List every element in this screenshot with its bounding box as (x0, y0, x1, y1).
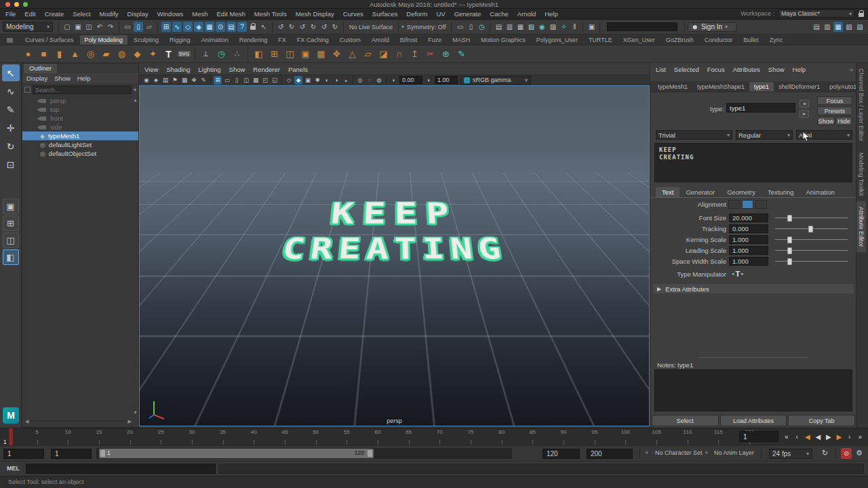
leading-scale-field[interactable]: 1.000 (729, 246, 768, 255)
menu-display[interactable]: Display (127, 10, 149, 18)
outliner-menu-show[interactable]: Show (54, 75, 71, 82)
tracking-field[interactable]: 0.000 (729, 224, 768, 233)
xray-mode-icon[interactable]: ◌ (366, 76, 374, 85)
slider-thumb[interactable] (808, 226, 813, 232)
outliner-item-side[interactable]: side (22, 123, 138, 131)
mel-input-field[interactable] (26, 464, 216, 474)
separate-icon[interactable]: ◫ (282, 47, 298, 62)
extra-attributes-section[interactable]: ▶ Extra Attributes (653, 284, 854, 293)
menu-arnold[interactable]: Arnold (517, 10, 536, 18)
type-mesh-text[interactable]: KEEP CREATING (142, 199, 646, 264)
menu-help[interactable]: Help (545, 10, 558, 18)
frame-tick-60[interactable]: 60 (375, 429, 381, 435)
menu-edit[interactable]: Edit (24, 10, 35, 18)
leading-scale-slider[interactable] (775, 246, 848, 255)
2d-pan-zoom-icon[interactable]: ✥ (190, 76, 198, 85)
frame-tick-5[interactable]: 5 (35, 429, 38, 435)
frame-tick-70[interactable]: 70 (437, 429, 443, 435)
focus-button[interactable]: Focus (817, 96, 852, 105)
quadrangulate-icon[interactable]: ▱ (360, 47, 376, 62)
menu-mesh-display[interactable]: Mesh Display (296, 10, 334, 18)
snap-to-point-icon[interactable]: ◇ (183, 22, 193, 32)
reduce-icon[interactable]: ▦ (313, 47, 329, 62)
symmetry-label[interactable]: Symmetry: Off (407, 24, 446, 30)
content-browser-icon[interactable]: ▣ (587, 22, 596, 32)
viewport-menu-show[interactable]: Show (229, 66, 245, 73)
menu-uv[interactable]: UV (436, 10, 445, 18)
make-live-icon[interactable]: ⊙ (216, 22, 225, 32)
space-width-scale-field[interactable]: 1.000 (729, 257, 768, 266)
menu-modify[interactable]: Modify (100, 10, 119, 18)
shelf-tab-fx-caching[interactable]: FX Caching (292, 35, 334, 45)
shelf-tab-rigging[interactable]: Rigging (165, 35, 195, 45)
step-forward-frame-button[interactable]: › (844, 430, 855, 443)
menu-overflow-icon[interactable]: » (850, 66, 853, 73)
ae-menu-list[interactable]: List (656, 66, 666, 73)
previous-arrangement-icon[interactable]: ▯ (466, 22, 475, 32)
shelf-tab-fuze[interactable]: Fuze (423, 35, 446, 45)
go-to-end-button[interactable]: » (855, 430, 866, 443)
shelf-tab-zync[interactable]: Zync (765, 35, 788, 45)
horizontal-scrollbar[interactable]: ◀▶ (25, 418, 132, 424)
poly-cube-icon[interactable]: ■ (36, 47, 52, 62)
animation-end-field[interactable]: 200 (587, 449, 633, 459)
outliner-item-top[interactable]: top (22, 105, 138, 114)
shelf-tab-motion-graphics[interactable]: Motion Graphics (476, 35, 530, 45)
menu-create[interactable]: Create (45, 10, 64, 18)
current-time-marker[interactable] (9, 428, 13, 446)
tracking-slider[interactable] (775, 224, 848, 233)
step-back-key-button[interactable]: ◀ (802, 430, 813, 443)
layout-single-pane[interactable]: ▣ (3, 199, 19, 214)
outliner-item-persp[interactable]: persp (22, 96, 138, 105)
svg-tool-icon[interactable]: SVG (176, 47, 192, 62)
snap-help-icon[interactable]: ? (237, 22, 247, 32)
combine-icon[interactable]: ⊞ (267, 47, 282, 62)
filter-icon[interactable] (24, 87, 31, 93)
pause-viewport-icon[interactable]: ‖ (570, 22, 579, 32)
shelf-tab-curves-surfaces[interactable]: Curves / Surfaces (20, 35, 79, 45)
textured-mode-icon[interactable]: ▣ (304, 76, 312, 85)
safe-action-icon[interactable]: ◰ (261, 76, 269, 85)
anim-layer-label[interactable]: No Anim Layer (714, 449, 754, 456)
image-plane-icon[interactable]: ▦ (180, 76, 189, 85)
save-scene-icon[interactable]: ◫ (84, 22, 94, 32)
shelf-tab-polygons-user[interactable]: Polygons_User (532, 35, 583, 45)
shelf-tab-animation[interactable]: Animation (197, 35, 233, 45)
play-backwards-button[interactable]: ◀ (813, 430, 824, 443)
shelf-tab-xgen-user[interactable]: XGen_User (618, 35, 660, 45)
select-tool[interactable]: ↖ (2, 64, 20, 81)
type-generator-dropdown[interactable]: Trivial▾ (656, 130, 732, 140)
use-all-lights-icon[interactable]: ✺ (313, 76, 321, 85)
shelf-tab-bifrost[interactable]: Bifrost (395, 35, 422, 45)
workspace-dropdown[interactable]: Maya Classic*▾ (778, 9, 854, 18)
outliner-search-input[interactable] (33, 85, 132, 94)
section-tab-animation[interactable]: Animation (800, 187, 841, 197)
scroll-right-icon[interactable]: ▶ (128, 419, 132, 424)
distance-measure-icon[interactable]: ∴ (229, 47, 245, 62)
font-size-slider[interactable] (775, 214, 848, 222)
align-left-button[interactable] (728, 200, 740, 209)
select-hierarchy-mode-icon[interactable]: ▭ (123, 22, 132, 32)
live-surface-mode-icon[interactable]: ↻ (330, 22, 340, 32)
poly-sphere-icon[interactable]: ● (20, 47, 36, 62)
show-tool-settings-icon[interactable]: ▨ (855, 22, 865, 32)
scroll-left-icon[interactable]: ◀ (25, 419, 28, 424)
sign-in-button[interactable]: ☻Sign In▾ (688, 22, 736, 32)
ae-tab-shelldeformer1[interactable]: shellDeformer1 (774, 82, 825, 92)
chevron-down-icon[interactable]: ▾ (401, 24, 404, 30)
multi-cut-icon[interactable]: ✂ (422, 47, 438, 62)
viewport-menu-renderer[interactable]: Renderer (253, 66, 280, 73)
menu-surfaces[interactable]: Surfaces (372, 10, 398, 18)
kerning-scale-slider[interactable] (775, 235, 848, 244)
shelf-tab-conductor[interactable]: Conductor (700, 35, 738, 45)
viewport-menu-view[interactable]: View (144, 66, 158, 73)
status-search-input[interactable] (607, 22, 677, 31)
view-transform-dropdown[interactable]: sRGB gamma▾ (460, 76, 531, 85)
shelf-tab-arnold[interactable]: Arnold (367, 35, 394, 45)
grid-toggle-icon[interactable]: ⊞ (214, 76, 222, 85)
select-button[interactable]: Select (652, 415, 719, 426)
render-settings-icon[interactable]: ▨ (548, 22, 557, 32)
menu-windows[interactable]: Windows (157, 10, 184, 18)
slider-thumb[interactable] (787, 247, 792, 254)
scroll-down-icon[interactable]: ▼ (133, 410, 138, 415)
